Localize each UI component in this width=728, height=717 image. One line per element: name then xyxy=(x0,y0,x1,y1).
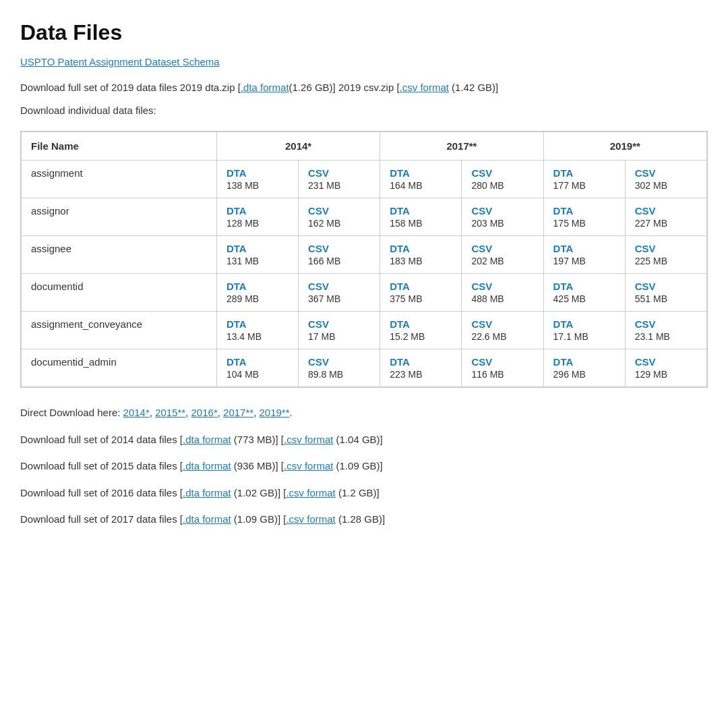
csv-link[interactable]: CSV xyxy=(635,167,697,179)
csv-size: 89.8 MB xyxy=(308,369,370,380)
dta-link[interactable]: DTA xyxy=(553,243,615,254)
bd-csv-link-2[interactable]: .csv format xyxy=(286,487,335,498)
file-cell-2017-csv[interactable]: CSV202 MB xyxy=(462,236,543,274)
dta-link[interactable]: DTA xyxy=(553,167,615,179)
dta-link[interactable]: DTA xyxy=(226,356,289,368)
bd-dta-link-1[interactable]: .dta format xyxy=(183,460,231,471)
file-cell-2019-dta[interactable]: DTA177 MB xyxy=(543,161,625,198)
dta-link[interactable]: DTA xyxy=(390,205,452,217)
bd-dta-link-3[interactable]: .dta format xyxy=(183,513,231,525)
csv-link[interactable]: CSV xyxy=(635,356,697,368)
dta-link[interactable]: DTA xyxy=(390,167,452,179)
csv-link[interactable]: CSV xyxy=(308,243,370,254)
bd-dta-link-0[interactable]: .dta format xyxy=(183,434,231,445)
file-cell-2019-csv[interactable]: CSV227 MB xyxy=(625,198,706,236)
dta-link[interactable]: DTA xyxy=(226,281,289,292)
file-cell-2014-dta[interactable]: DTA138 MB xyxy=(216,161,298,198)
dta-size: 375 MB xyxy=(390,293,452,304)
file-cell-2019-csv[interactable]: CSV551 MB xyxy=(625,274,706,312)
file-cell-2017-csv[interactable]: CSV116 MB xyxy=(462,349,543,387)
dta-size: 131 MB xyxy=(226,256,289,266)
file-name-cell: documentid_admin xyxy=(22,349,217,387)
csv-size: 116 MB xyxy=(471,369,533,380)
bd-csv-link-0[interactable]: .csv format xyxy=(284,434,333,445)
csv-link[interactable]: CSV xyxy=(308,318,370,330)
dta-link[interactable]: DTA xyxy=(553,205,615,217)
dta-link[interactable]: DTA xyxy=(553,281,615,292)
dta-link[interactable]: DTA xyxy=(226,243,289,254)
csv-link[interactable]: CSV xyxy=(308,205,370,217)
csv-link[interactable]: CSV xyxy=(471,243,533,254)
direct-link-3[interactable]: 2017** xyxy=(223,407,253,418)
dta-size: 296 MB xyxy=(553,369,615,380)
direct-link-0[interactable]: 2014* xyxy=(123,407,150,418)
schema-link[interactable]: USPTO Patent Assignment Dataset Schema xyxy=(20,56,220,67)
bd-csv-link-3[interactable]: .csv format xyxy=(286,513,335,525)
csv-link[interactable]: CSV xyxy=(471,167,533,179)
file-cell-2019-dta[interactable]: DTA296 MB xyxy=(543,349,625,387)
bd-csv-link-1[interactable]: .csv format xyxy=(284,460,333,471)
file-cell-2014-csv[interactable]: CSV89.8 MB xyxy=(299,349,380,387)
file-cell-2014-csv[interactable]: CSV166 MB xyxy=(299,236,380,274)
file-cell-2019-dta[interactable]: DTA197 MB xyxy=(543,236,625,274)
file-cell-2017-dta[interactable]: DTA15.2 MB xyxy=(380,312,462,349)
dta-link[interactable]: DTA xyxy=(226,167,289,179)
download-2019-dta-link[interactable]: .dta format xyxy=(241,82,289,93)
file-cell-2019-csv[interactable]: CSV129 MB xyxy=(625,349,706,387)
bd-dta-link-2[interactable]: .dta format xyxy=(183,487,231,498)
file-cell-2017-csv[interactable]: CSV22.6 MB xyxy=(462,312,543,349)
dta-link[interactable]: DTA xyxy=(226,205,289,217)
dta-link[interactable]: DTA xyxy=(553,356,615,368)
file-cell-2017-csv[interactable]: CSV203 MB xyxy=(462,198,543,236)
dta-size: 223 MB xyxy=(390,369,452,380)
dta-link[interactable]: DTA xyxy=(390,318,452,330)
file-cell-2014-csv[interactable]: CSV367 MB xyxy=(299,274,380,312)
file-cell-2017-csv[interactable]: CSV488 MB xyxy=(462,274,543,312)
direct-download-prefix: Direct Download here: xyxy=(20,407,123,418)
dta-link[interactable]: DTA xyxy=(226,318,289,330)
file-cell-2019-csv[interactable]: CSV225 MB xyxy=(625,236,706,274)
file-cell-2017-dta[interactable]: DTA223 MB xyxy=(380,349,462,387)
csv-link[interactable]: CSV xyxy=(308,356,370,368)
csv-link[interactable]: CSV xyxy=(471,318,533,330)
csv-link[interactable]: CSV xyxy=(471,205,533,217)
direct-link-1[interactable]: 2015** xyxy=(155,407,185,418)
file-cell-2017-csv[interactable]: CSV280 MB xyxy=(462,161,543,198)
csv-link[interactable]: CSV xyxy=(635,318,697,330)
csv-link[interactable]: CSV xyxy=(635,281,697,292)
csv-size: 231 MB xyxy=(308,180,370,191)
download-2019-csv-link[interactable]: .csv format xyxy=(400,82,449,93)
dta-link[interactable]: DTA xyxy=(390,281,452,292)
file-cell-2019-csv[interactable]: CSV302 MB xyxy=(625,161,706,198)
file-cell-2014-dta[interactable]: DTA131 MB xyxy=(216,236,298,274)
dta-size: 17.1 MB xyxy=(553,331,615,342)
csv-link[interactable]: CSV xyxy=(635,243,697,254)
csv-link[interactable]: CSV xyxy=(308,281,370,292)
file-cell-2014-dta[interactable]: DTA13.4 MB xyxy=(216,312,298,349)
file-cell-2017-dta[interactable]: DTA183 MB xyxy=(380,236,462,274)
csv-link[interactable]: CSV xyxy=(471,281,533,292)
csv-link[interactable]: CSV xyxy=(635,205,697,217)
file-cell-2017-dta[interactable]: DTA158 MB xyxy=(380,198,462,236)
csv-link[interactable]: CSV xyxy=(308,167,370,179)
table-row: assignmentDTA138 MBCSV231 MBDTA164 MBCSV… xyxy=(22,161,707,198)
csv-link[interactable]: CSV xyxy=(471,356,533,368)
file-cell-2019-csv[interactable]: CSV23.1 MB xyxy=(625,312,706,349)
file-cell-2014-dta[interactable]: DTA128 MB xyxy=(216,198,298,236)
file-cell-2014-csv[interactable]: CSV231 MB xyxy=(299,161,380,198)
file-cell-2014-csv[interactable]: CSV17 MB xyxy=(299,312,380,349)
dta-size: 183 MB xyxy=(390,256,452,266)
dta-link[interactable]: DTA xyxy=(553,318,615,330)
file-cell-2019-dta[interactable]: DTA17.1 MB xyxy=(543,312,625,349)
file-cell-2014-csv[interactable]: CSV162 MB xyxy=(299,198,380,236)
file-cell-2014-dta[interactable]: DTA289 MB xyxy=(216,274,298,312)
file-cell-2017-dta[interactable]: DTA375 MB xyxy=(380,274,462,312)
direct-link-2[interactable]: 2016* xyxy=(191,407,218,418)
file-cell-2017-dta[interactable]: DTA164 MB xyxy=(380,161,462,198)
direct-link-4[interactable]: 2019** xyxy=(259,407,289,418)
file-cell-2019-dta[interactable]: DTA425 MB xyxy=(543,274,625,312)
file-cell-2014-dta[interactable]: DTA104 MB xyxy=(216,349,298,387)
dta-link[interactable]: DTA xyxy=(390,356,452,368)
dta-link[interactable]: DTA xyxy=(390,243,452,254)
file-cell-2019-dta[interactable]: DTA175 MB xyxy=(543,198,625,236)
